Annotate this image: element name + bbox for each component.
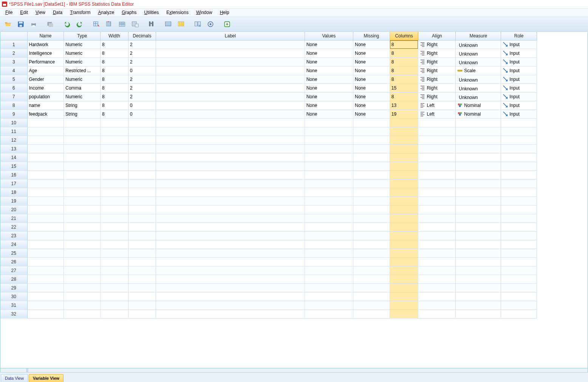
row-header[interactable]: 17 [0, 179, 28, 188]
empty-cell[interactable] [305, 232, 353, 240]
col-header-type[interactable]: Type [64, 32, 101, 40]
empty-cell[interactable] [353, 145, 390, 153]
cell-measure[interactable]: Unknown [456, 93, 501, 101]
row-header[interactable]: 19 [0, 197, 28, 206]
row-header[interactable]: 27 [0, 266, 28, 275]
empty-cell[interactable] [390, 206, 419, 214]
cell-align[interactable]: Right [418, 49, 456, 58]
cell-role[interactable]: Input [501, 93, 537, 101]
empty-cell[interactable] [64, 240, 101, 249]
cell-columns[interactable]: 8 [390, 93, 419, 101]
empty-cell[interactable] [101, 301, 128, 310]
weight-cases-button[interactable] [205, 19, 216, 30]
empty-cell[interactable] [128, 275, 156, 284]
row-header[interactable]: 18 [0, 188, 28, 197]
empty-cell[interactable] [156, 136, 305, 145]
empty-cell[interactable] [353, 223, 390, 232]
empty-cell[interactable] [101, 275, 128, 284]
empty-cell[interactable] [390, 127, 419, 136]
empty-cell[interactable] [390, 301, 419, 310]
empty-cell[interactable] [101, 127, 128, 136]
cell-label[interactable] [156, 49, 305, 58]
empty-cell[interactable] [418, 179, 456, 188]
row-header[interactable]: 9 [0, 110, 28, 119]
cell-type[interactable]: Comma [64, 84, 101, 93]
empty-cell[interactable] [128, 232, 156, 240]
horizontal-scrollbar[interactable] [0, 368, 588, 372]
cell-values[interactable]: None [305, 58, 353, 67]
empty-cell[interactable] [501, 310, 537, 319]
menu-data[interactable]: Data [49, 9, 66, 16]
cell-columns[interactable]: 8 [390, 67, 419, 75]
empty-cell[interactable] [128, 145, 156, 153]
row-header[interactable]: 28 [0, 275, 28, 284]
row-header[interactable]: 2 [0, 49, 28, 58]
empty-cell[interactable] [156, 223, 305, 232]
empty-cell[interactable] [501, 162, 537, 171]
menu-extensions[interactable]: Extensions [162, 9, 192, 16]
cell-values[interactable]: None [305, 67, 353, 75]
empty-cell[interactable] [156, 266, 305, 275]
empty-cell[interactable] [64, 301, 101, 310]
cell-decimals[interactable]: 2 [128, 40, 156, 49]
empty-cell[interactable] [501, 214, 537, 223]
empty-cell[interactable] [64, 249, 101, 258]
empty-cell[interactable] [128, 119, 156, 127]
cell-name[interactable]: feedpack [28, 110, 64, 119]
empty-cell[interactable] [101, 136, 128, 145]
empty-cell[interactable] [128, 284, 156, 292]
empty-cell[interactable] [353, 153, 390, 162]
cell-type[interactable]: String [64, 110, 101, 119]
cell-columns[interactable]: 19 [390, 110, 419, 119]
col-header-columns[interactable]: Columns [390, 32, 419, 40]
empty-cell[interactable] [501, 145, 537, 153]
cell-decimals[interactable]: 2 [128, 58, 156, 67]
row-header[interactable]: 5 [0, 75, 28, 84]
cell-type[interactable]: Numeric [64, 40, 101, 49]
empty-cell[interactable] [418, 232, 456, 240]
cell-missing[interactable]: None [353, 75, 390, 84]
empty-cell[interactable] [390, 249, 419, 258]
empty-cell[interactable] [101, 284, 128, 292]
row-header[interactable]: 20 [0, 206, 28, 214]
empty-cell[interactable] [101, 153, 128, 162]
empty-cell[interactable] [64, 266, 101, 275]
empty-cell[interactable] [418, 171, 456, 179]
empty-cell[interactable] [305, 136, 353, 145]
run-descriptive-button[interactable] [129, 19, 141, 30]
empty-cell[interactable] [456, 171, 501, 179]
empty-cell[interactable] [353, 249, 390, 258]
empty-cell[interactable] [390, 275, 419, 284]
empty-cell[interactable] [128, 266, 156, 275]
menu-graphs[interactable]: Graphs [118, 9, 140, 16]
col-header-values[interactable]: Values [305, 32, 353, 40]
empty-cell[interactable] [64, 223, 101, 232]
empty-cell[interactable] [156, 162, 305, 171]
empty-cell[interactable] [28, 284, 64, 292]
empty-cell[interactable] [390, 162, 419, 171]
empty-cell[interactable] [390, 258, 419, 266]
empty-cell[interactable] [418, 145, 456, 153]
recall-dialog-button[interactable] [45, 19, 56, 30]
empty-cell[interactable] [353, 197, 390, 206]
empty-cell[interactable] [390, 145, 419, 153]
cell-values[interactable]: None [305, 110, 353, 119]
empty-cell[interactable] [156, 188, 305, 197]
empty-cell[interactable] [456, 127, 501, 136]
empty-cell[interactable] [456, 179, 501, 188]
cell-label[interactable] [156, 84, 305, 93]
empty-cell[interactable] [156, 232, 305, 240]
empty-cell[interactable] [28, 240, 64, 249]
empty-cell[interactable] [305, 119, 353, 127]
cell-measure[interactable]: Unknown [456, 58, 501, 67]
empty-cell[interactable] [456, 136, 501, 145]
empty-cell[interactable] [501, 249, 537, 258]
empty-cell[interactable] [418, 240, 456, 249]
cell-measure[interactable]: Unknown [456, 40, 501, 49]
cell-name[interactable]: population [28, 93, 64, 101]
col-header-label[interactable]: Label [156, 32, 305, 40]
row-header[interactable]: 4 [0, 67, 28, 75]
empty-cell[interactable] [28, 266, 64, 275]
cell-label[interactable] [156, 101, 305, 110]
empty-cell[interactable] [456, 258, 501, 266]
